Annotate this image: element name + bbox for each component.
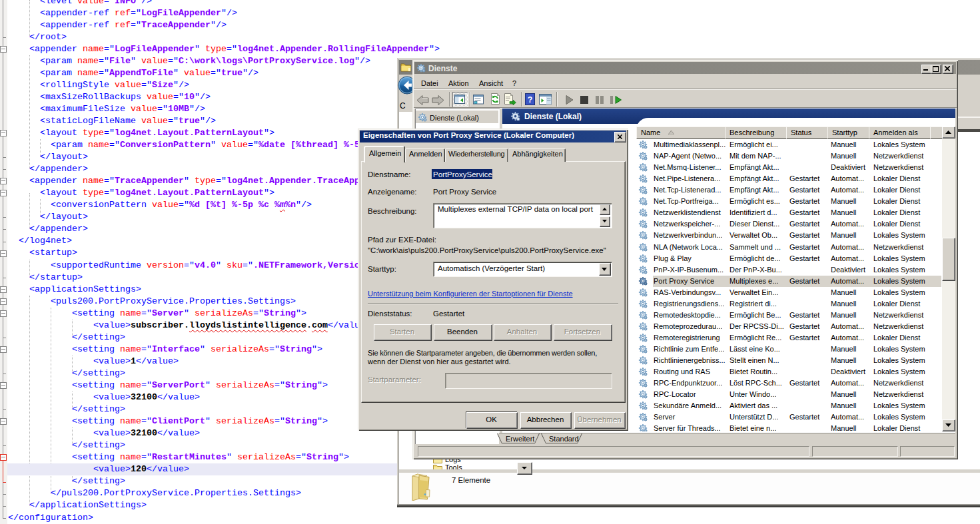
svg-text:?: ? <box>528 95 533 105</box>
